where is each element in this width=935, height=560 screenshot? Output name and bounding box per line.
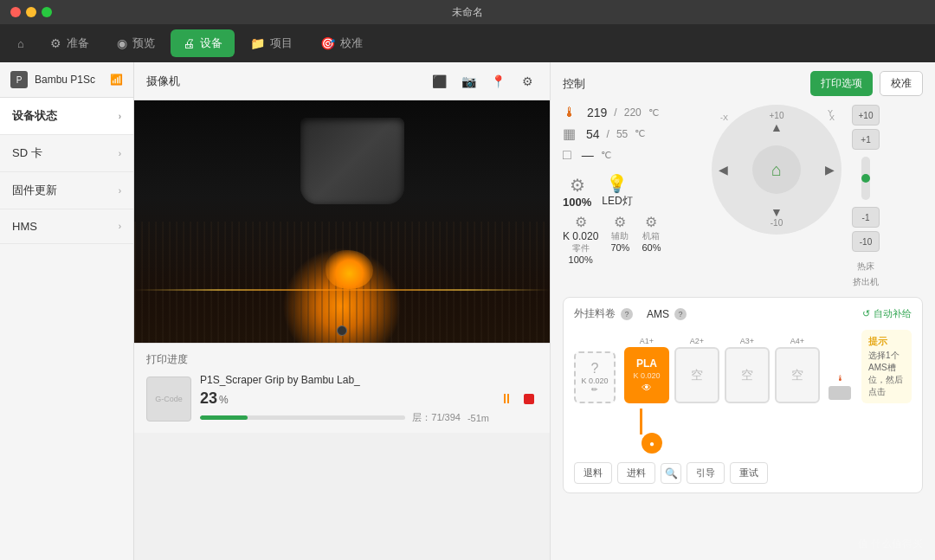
sd-card-label: SD 卡	[12, 145, 42, 161]
jog-y-plus-arrow: ▲	[771, 120, 783, 134]
home-button[interactable]: ⌂	[752, 145, 801, 194]
auto-refill-label: 自动补给	[874, 307, 912, 320]
control-panel: 控制 打印选项 校准 🌡 219 / 220 ℃	[550, 62, 935, 560]
guide-button[interactable]: 引导	[687, 462, 725, 484]
wifi-icon: 📶	[110, 74, 123, 86]
z-up-10-button[interactable]: +10	[852, 105, 880, 126]
external-spool-hub: ? K 0.020 ✏	[574, 351, 616, 403]
external-spool-edit-icon: ✏	[591, 385, 598, 394]
nav-device-label: 设备	[200, 35, 222, 51]
feed-button[interactable]: 进料	[617, 462, 655, 484]
z-indicator	[861, 157, 870, 200]
camera-settings-icon[interactable]: ⚙	[517, 71, 538, 92]
minimize-button[interactable]	[26, 7, 36, 17]
camera-label: 摄像机	[146, 74, 180, 89]
ams-section: 外挂料卷 ? AMS ? ↺ 自动补给	[563, 297, 923, 493]
slot-a1-k-val: K 0.020	[633, 371, 660, 380]
gcode-label: G-Code	[155, 395, 183, 403]
part-fan-pct: K 0.020	[563, 230, 598, 242]
jog-y-minus-label: -10	[771, 219, 783, 228]
control-title: 控制	[563, 76, 585, 92]
control-header: 控制 打印选项 校准	[563, 71, 923, 96]
sidebar: P Bambu P1Sc 📶 设备状态 › SD 卡 › 固件更新 › HMS …	[0, 62, 134, 560]
extruder-indicator: ●	[642, 433, 662, 454]
ams-slot-a1[interactable]: PLA K 0.020 👁	[624, 347, 669, 403]
camera-view	[134, 100, 550, 343]
nozzle-target-temp: 220	[624, 106, 642, 119]
record-icon[interactable]: ⬛	[429, 71, 449, 92]
ams-slots-area: ? K 0.020 ✏ A1+ PLA K 0.020	[574, 330, 912, 403]
sidebar-item-hms[interactable]: HMS ›	[0, 209, 133, 244]
progress-job: G-Code P1S_Scraper Grip by Bambu Lab_ 23…	[146, 374, 538, 424]
stop-button[interactable]	[520, 390, 538, 408]
nav-item-preview[interactable]: ◉ 预览	[105, 29, 167, 57]
ams-labels-col: 外挂料卷 ? AMS ? ↺ 自动补给	[574, 306, 912, 484]
watermark: 值 什么值得买	[858, 537, 923, 551]
bed-current-temp: 54	[586, 127, 600, 141]
progress-bar-fill	[200, 415, 248, 420]
external-spool-help[interactable]: ?	[621, 308, 633, 320]
ams-slot-group-a2: A2+ 空	[674, 337, 719, 403]
part-fan-icon: ⚙	[575, 214, 587, 230]
search-icon-button[interactable]: 🔍	[661, 463, 681, 484]
print-options-button[interactable]: 打印选项	[810, 71, 873, 96]
fullscreen-button[interactable]	[42, 7, 52, 17]
pause-button[interactable]: ⏸	[498, 390, 515, 408]
job-layers: 层：71/394	[412, 411, 461, 424]
nav-item-project[interactable]: 📁 项目	[238, 29, 305, 57]
aux-fan-percent: 70%	[610, 242, 629, 253]
ams-help[interactable]: ?	[674, 308, 687, 320]
external-spool-slot[interactable]: ? K 0.020 ✏	[574, 351, 616, 403]
aux-fan-label: 辅助	[611, 230, 629, 242]
auto-refill-toggle[interactable]: ↺ 自动补给	[862, 307, 912, 320]
chamber-temp-unit: ℃	[601, 150, 611, 161]
progress-bar-row: 层：71/394 -51m	[200, 411, 489, 424]
nav-item-prepare[interactable]: ⚙ 准备	[38, 29, 101, 57]
jog-wheel-outer: +10 ▲ ▼ -10 ◀	[712, 105, 842, 235]
bed-temp-icon: ▦	[563, 126, 576, 142]
home-nav-item[interactable]: ⌂	[7, 29, 35, 57]
sidebar-item-firmware[interactable]: 固件更新 ›	[0, 172, 133, 209]
firmware-label: 固件更新	[12, 183, 57, 198]
z-down-1-button[interactable]: -1	[852, 207, 880, 228]
navbar: ⌂ ⚙ 准备 ◉ 预览 🖨 设备 📁 项目 🎯 校准	[0, 24, 935, 62]
camera-icon-group: ⬛ 📷 📍 ⚙	[429, 71, 538, 92]
switch-camera-icon[interactable]: 📷	[458, 71, 479, 92]
slot-a1-material: PLA	[636, 357, 657, 370]
nozzle-temp-icon: 🌡	[563, 105, 577, 120]
device-icon: 🖨	[183, 36, 195, 50]
ams-slot-a4[interactable]: 空	[775, 347, 820, 403]
nav-item-calibrate[interactable]: 🎯 校准	[308, 29, 375, 57]
tip-title: 提示	[868, 335, 905, 348]
sidebar-item-device-status[interactable]: 设备状态 ›	[0, 98, 133, 135]
close-button[interactable]	[10, 7, 21, 17]
chamber-fan-percent: 60%	[642, 242, 661, 253]
ams-slot-a3[interactable]: 空	[725, 347, 770, 403]
content-area: 摄像机 ⬛ 📷 📍 ⚙ 打印进度	[134, 62, 935, 560]
bed-glow	[134, 289, 550, 291]
sidebar-item-sd-card[interactable]: SD 卡 ›	[0, 135, 133, 172]
nav-project-label: 项目	[270, 35, 293, 51]
percent-symbol: %	[219, 394, 229, 406]
retract-button[interactable]: 退料	[574, 462, 612, 484]
jog-y-plus[interactable]: +10 ▲	[770, 112, 784, 134]
nav-item-device[interactable]: 🖨 设备	[171, 29, 235, 57]
chevron-right-icon: ›	[119, 149, 121, 158]
snapshot-icon[interactable]: 📍	[487, 71, 508, 92]
ams-slot-a2[interactable]: 空	[674, 347, 719, 403]
z-down-10-button[interactable]: -10	[852, 231, 880, 252]
jog-y-minus[interactable]: ▼ -10	[771, 205, 783, 228]
calibrate-icon: 🎯	[320, 36, 335, 50]
ams-connector-box	[829, 386, 851, 400]
ams-header-row: 外挂料卷 ? AMS ? ↺ 自动补给	[574, 306, 912, 321]
prepare-icon: ⚙	[50, 36, 61, 50]
jog-x-plus[interactable]: ▶	[825, 163, 835, 177]
main-fan: ⚙ 100%	[563, 175, 591, 209]
reset-button[interactable]: 重试	[730, 462, 768, 484]
slot-a1-top-label: A1+	[640, 337, 654, 345]
jog-y-plus-label: +10	[770, 112, 784, 120]
calibrate-button[interactable]: 校准	[880, 71, 923, 96]
z-up-1-button[interactable]: +1	[852, 129, 880, 150]
jog-x-minus[interactable]: ◀	[719, 163, 728, 177]
slot-a2-empty-text: 空	[691, 368, 703, 383]
